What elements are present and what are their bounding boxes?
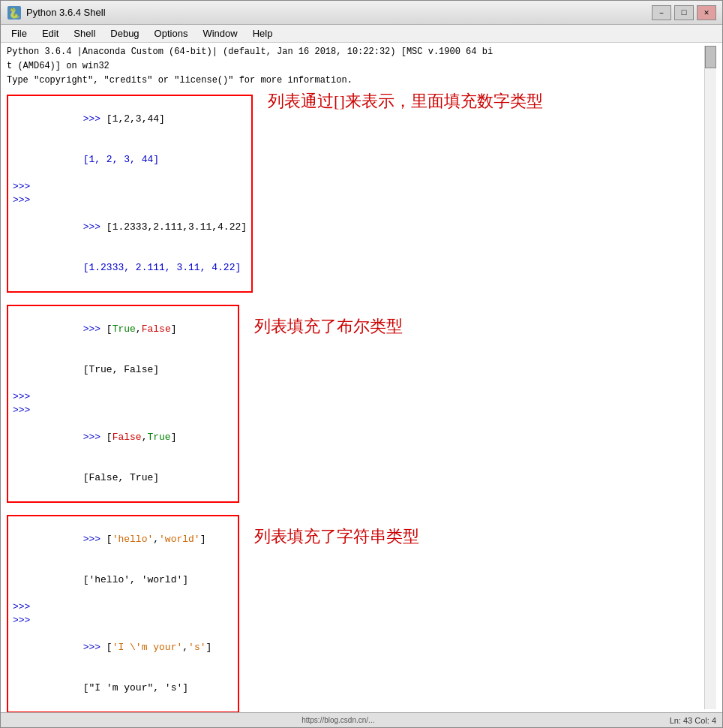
app-icon: 🐍 bbox=[7, 5, 22, 20]
annotation-strings: 列表填充了字符串类型 bbox=[254, 525, 419, 549]
code-line: >>> [1.2333,2.111,3.11,4.22] bbox=[13, 207, 247, 248]
window-title: Python 3.6.4 Shell bbox=[26, 7, 652, 18]
code-line: >>> ['I \'m your','s'] bbox=[13, 627, 233, 668]
prompt-line: >>> bbox=[13, 194, 247, 207]
prompt-line: >>> bbox=[13, 600, 233, 614]
shell-area[interactable]: Python 3.6.4 |Anaconda Custom (64-bit)| … bbox=[1, 43, 722, 712]
svg-text:🐍: 🐍 bbox=[8, 7, 21, 20]
intro-line2: t (AMD64)] on win32 bbox=[7, 60, 701, 73]
window-controls: – □ ✕ bbox=[652, 5, 716, 20]
annotation-bool: 列表填充了布尔类型 bbox=[254, 315, 403, 338]
menu-window[interactable]: Window bbox=[195, 26, 244, 41]
prompt-line: >>> bbox=[13, 180, 247, 194]
close-button[interactable]: ✕ bbox=[697, 5, 716, 20]
section-strings: >>> ['hello','world'] ['hello', 'world']… bbox=[7, 510, 701, 712]
menu-options[interactable]: Options bbox=[147, 26, 196, 41]
output-line: [False, True] bbox=[13, 458, 233, 498]
prompt-line: >>> bbox=[13, 390, 233, 404]
code-line: >>> [False,True] bbox=[13, 417, 233, 458]
menu-file[interactable]: File bbox=[4, 26, 34, 41]
annotation-numbers: 列表通过[]来表示，里面填充数字类型 bbox=[268, 90, 543, 113]
code-box-strings: >>> ['hello','world'] ['hello', 'world']… bbox=[7, 515, 239, 712]
section-bool: >>> [True,False] [True, False] >>> >>> >… bbox=[7, 300, 701, 507]
prompt-line: >>> bbox=[13, 404, 233, 417]
scrollbar[interactable] bbox=[704, 46, 716, 709]
section-numbers: >>> [1,2,3,44] [1, 2, 3, 44] >>> >>> >>>… bbox=[7, 90, 701, 297]
output-line: [True, False] bbox=[13, 350, 233, 390]
code-line: >>> ['hello','world'] bbox=[13, 519, 233, 560]
code-line: >>> [1,2,3,44] bbox=[13, 99, 247, 140]
code-box-bool: >>> [True,False] [True, False] >>> >>> >… bbox=[7, 305, 239, 503]
code-box-numbers: >>> [1,2,3,44] [1, 2, 3, 44] >>> >>> >>>… bbox=[7, 95, 253, 293]
menu-shell[interactable]: Shell bbox=[66, 26, 103, 41]
output-line: ['hello', 'world'] bbox=[13, 560, 233, 600]
prompt-line: >>> bbox=[13, 614, 233, 627]
output-line: [1, 2, 3, 44] bbox=[13, 140, 247, 180]
output-line: [1.2333, 2.111, 3.11, 4.22] bbox=[13, 248, 247, 288]
menu-help[interactable]: Help bbox=[245, 26, 280, 41]
title-bar: 🐍 Python 3.6.4 Shell – □ ✕ bbox=[1, 1, 722, 25]
shell-content: Python 3.6.4 |Anaconda Custom (64-bit)| … bbox=[7, 46, 704, 709]
scroll-thumb[interactable] bbox=[705, 46, 716, 68]
intro-line1: Python 3.6.4 |Anaconda Custom (64-bit)| … bbox=[7, 46, 701, 59]
main-window: 🐍 Python 3.6.4 Shell – □ ✕ File Edit She… bbox=[0, 0, 723, 728]
output-line: ["I 'm your", 's'] bbox=[13, 668, 233, 708]
menu-bar: File Edit Shell Debug Options Window Hel… bbox=[1, 25, 722, 43]
minimize-button[interactable]: – bbox=[652, 5, 671, 20]
status-position: Ln: 43 Col: 4 bbox=[670, 716, 716, 725]
maximize-button[interactable]: □ bbox=[674, 5, 694, 20]
menu-debug[interactable]: Debug bbox=[103, 26, 146, 41]
status-url: https://blog.csdn.cn/... bbox=[302, 716, 374, 724]
code-line: >>> [True,False] bbox=[13, 309, 233, 350]
status-bar: https://blog.csdn.cn/... Ln: 43 Col: 4 bbox=[1, 712, 722, 727]
menu-edit[interactable]: Edit bbox=[34, 26, 66, 41]
intro-line3: Type "copyright", "credits" or "license(… bbox=[7, 74, 701, 87]
